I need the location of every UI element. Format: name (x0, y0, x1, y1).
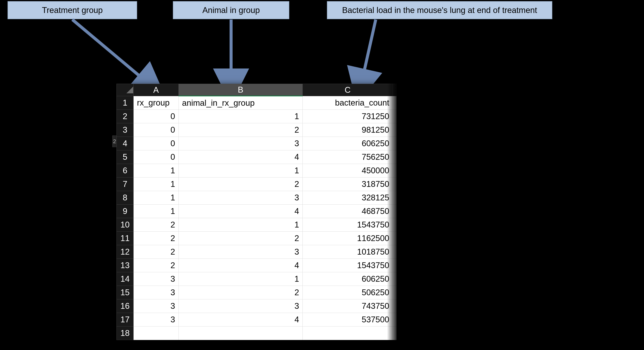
cell[interactable]: 1543750 (303, 259, 393, 272)
cell[interactable]: 1 (179, 272, 303, 286)
row-header[interactable]: 4 (117, 137, 134, 150)
cell[interactable]: 743750 (303, 299, 393, 313)
cell[interactable]: 0 (134, 137, 179, 150)
cell[interactable]: 0 (134, 109, 179, 123)
cell-c1[interactable]: bacteria_count (303, 96, 393, 109)
row-header[interactable]: 8 (117, 191, 134, 204)
row-header[interactable]: 15 (117, 286, 134, 299)
row-header[interactable]: 12 (117, 245, 134, 259)
column-b-label: B (238, 85, 243, 94)
row-header[interactable]: 16 (117, 299, 134, 313)
cell[interactable]: 1162500 (303, 231, 393, 245)
cell[interactable]: 2 (134, 218, 179, 231)
row-header[interactable]: 7 (117, 177, 134, 191)
cell[interactable]: 2 (179, 286, 303, 299)
cell[interactable]: 328125 (303, 191, 393, 204)
cell[interactable]: 3 (179, 137, 303, 150)
row-num-label: 6 (123, 166, 127, 175)
cell-gutter (393, 218, 396, 231)
cell[interactable]: 606250 (303, 137, 393, 150)
cell[interactable]: 4 (179, 150, 303, 164)
cell[interactable]: 981250 (303, 123, 393, 137)
cell[interactable]: 4 (179, 204, 303, 218)
cell-text: 606250 (362, 274, 389, 283)
cell[interactable] (303, 326, 393, 340)
row-header[interactable]: 3 (117, 123, 134, 137)
cell-gutter (393, 109, 396, 123)
table-row: 6 1 1 450000 (117, 164, 396, 177)
table-row: 17 3 4 537500 (117, 313, 396, 326)
row-header[interactable]: 2 (117, 109, 134, 123)
cell[interactable]: 4 (179, 313, 303, 326)
cell[interactable]: 318750 (303, 177, 393, 191)
cell[interactable]: 3 (179, 191, 303, 204)
column-header-b[interactable]: B (179, 84, 303, 96)
spreadsheet[interactable]: A B C 1 rx_group animal_in_rx_group bact… (116, 84, 396, 340)
cell[interactable]: 3 (134, 272, 179, 286)
cell[interactable]: 1 (134, 177, 179, 191)
cell[interactable]: 2 (134, 231, 179, 245)
cell[interactable]: 0 (134, 123, 179, 137)
cell[interactable]: 537500 (303, 313, 393, 326)
cell[interactable]: 450000 (303, 164, 393, 177)
cell[interactable]: 1 (134, 164, 179, 177)
cell-b1[interactable]: animal_in_rx_group (179, 96, 303, 109)
row-header[interactable]: 17 (117, 313, 134, 326)
cell[interactable]: 2 (179, 123, 303, 137)
cell-gutter (393, 272, 396, 286)
table-row: 10 2 1 1543750 (117, 218, 396, 231)
cell-text: 468750 (362, 207, 389, 216)
cell[interactable]: 506250 (303, 286, 393, 299)
cell-text: animal_in_rx_group (182, 98, 254, 107)
cell-gutter (393, 150, 396, 164)
cell-text: 318750 (362, 179, 389, 189)
row-header[interactable]: 6 (117, 164, 134, 177)
cell[interactable]: 468750 (303, 204, 393, 218)
cell[interactable]: 3 (134, 299, 179, 313)
cell[interactable]: 756250 (303, 150, 393, 164)
cell-a1[interactable]: rx_group (134, 96, 179, 109)
row-header[interactable]: 13 (117, 259, 134, 272)
cell[interactable]: 3 (134, 286, 179, 299)
row-header[interactable]: 14 (117, 272, 134, 286)
cell[interactable]: 2 (179, 177, 303, 191)
row-header[interactable]: 10 (117, 218, 134, 231)
cell[interactable]: 1543750 (303, 218, 393, 231)
cell[interactable]: 2 (134, 245, 179, 259)
row-num-label: 15 (120, 288, 130, 297)
cell-gutter (393, 299, 396, 313)
cell[interactable]: 731250 (303, 109, 393, 123)
select-all-corner[interactable] (117, 84, 134, 96)
cell[interactable]: 1 (179, 164, 303, 177)
table-row: 9 1 4 468750 (117, 204, 396, 218)
cell[interactable]: 1 (134, 204, 179, 218)
cell[interactable]: 2 (179, 231, 303, 245)
cell-text: 0 (170, 152, 175, 161)
row-header[interactable]: 5 (117, 150, 134, 164)
cell[interactable]: 0 (134, 150, 179, 164)
cell-text: 2 (294, 234, 299, 243)
cell[interactable]: 4 (179, 259, 303, 272)
cell[interactable]: 3 (179, 299, 303, 313)
row-num-label: 5 (123, 152, 127, 161)
row-header[interactable]: 9 (117, 204, 134, 218)
cell-text: 0 (170, 125, 175, 134)
cell-gutter (393, 286, 396, 299)
cell[interactable]: 1018750 (303, 245, 393, 259)
cell[interactable]: 1 (179, 109, 303, 123)
arrow-bacteria-to-col-c (0, 0, 644, 94)
cell[interactable]: 1 (179, 218, 303, 231)
cell[interactable]: 3 (179, 245, 303, 259)
column-header-c[interactable]: C (303, 84, 393, 96)
cell[interactable]: 1 (134, 191, 179, 204)
cell-text: 0 (170, 112, 175, 121)
cell[interactable] (134, 326, 179, 340)
row-header[interactable]: 1 (117, 96, 134, 109)
cell[interactable]: 2 (134, 259, 179, 272)
cell[interactable]: 606250 (303, 272, 393, 286)
row-header[interactable]: 18 (117, 326, 134, 340)
cell[interactable] (179, 326, 303, 340)
cell[interactable]: 3 (134, 313, 179, 326)
column-header-a[interactable]: A (134, 84, 179, 96)
row-header[interactable]: 11 (117, 231, 134, 245)
